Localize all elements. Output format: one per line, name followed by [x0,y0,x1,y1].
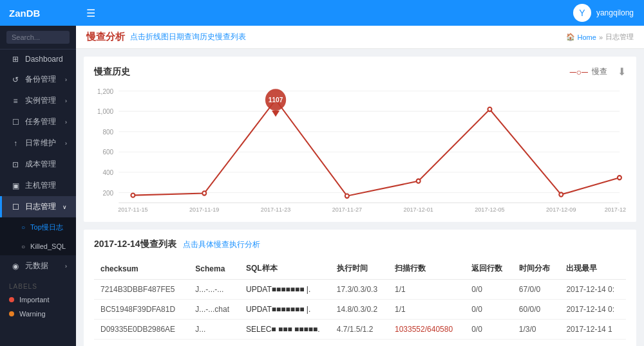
cell-return-rows: 0/0 [465,320,513,340]
maintenance-icon: ↑ [11,139,20,148]
sidebar-item-top-slow[interactable]: ○ Top慢日志 [0,217,76,237]
instance-icon: ≡ [11,96,20,105]
sidebar-label-cost: 成本管理 [25,159,56,170]
sidebar-logo: ZanDB [0,0,76,26]
page-icon: 慢查分析 [86,31,125,43]
cell-checksum: BC51948F39DFA81D [94,300,189,320]
label-item-warning[interactable]: Warning [0,307,76,321]
sidebar-item-task[interactable]: ☐ 任务管理 › [0,111,76,132]
svg-text:400: 400 [102,169,113,176]
cell-schema: J...-...chat [189,300,240,320]
circle-icon: ○ [21,224,25,231]
cell-time-dist: 60/0/0 [513,300,560,320]
hamburger-icon[interactable]: ☰ [86,7,95,19]
chevron-icon: › [65,140,67,147]
sidebar-item-killed-sql[interactable]: ○ Killed_SQL [0,237,76,255]
host-icon: ▣ [11,181,20,190]
col-earliest: 出现最早 [560,258,626,280]
cell-checksum: 7214B3DBBF487FE5 [94,280,189,300]
download-icon[interactable]: ⬇ [618,66,626,78]
sidebar-label-log: 日志管理 [25,201,56,212]
chart-legend: ─○─ 慢查 [570,66,607,77]
sidebar-label-instance: 实例管理 [25,95,56,106]
svg-text:1,000: 1,000 [97,108,113,115]
svg-text:2017-12-05: 2017-12-05 [475,206,504,213]
app-name: ZanDB [9,8,40,19]
cell-scan-rows-highlight: 1033552/640580 [388,320,465,340]
slow-query-table: checksum Schema SQL样本 执行时间 扫描行数 返回行数 时间分… [94,258,626,340]
sidebar-item-meta[interactable]: ◉ 元数据 › [0,255,76,277]
breadcrumb-home[interactable]: Home [578,33,596,41]
sidebar-label-task: 任务管理 [25,116,56,127]
col-sql: SQL样本 [240,258,330,280]
cell-exec-time: 14.8/0.3/0.2 [330,300,388,320]
cell-checksum: D09335E0DB2986AE [94,320,189,340]
breadcrumb-current: 日志管理 [605,32,634,42]
sidebar: ZanDB ⊞ Dashboard ↺ 备份管理 › ≡ 实例管理 › [0,0,76,346]
svg-point-25 [417,179,421,183]
cell-sql: UPDAT■■■■■■■ |. [240,280,330,300]
sidebar-item-instance[interactable]: ≡ 实例管理 › [0,90,76,111]
label-item-important[interactable]: Important [0,293,76,307]
svg-point-22 [202,191,206,195]
search-input[interactable] [6,31,70,44]
col-exec-time: 执行时间 [330,258,388,280]
chart-svg[interactable]: 1,200 1,000 800 600 400 200 2017-11-15 [94,84,626,213]
topbar-left: ☰ [86,7,95,19]
table-subtitle[interactable]: 点击具体慢查执行分析 [183,239,260,250]
labels-title: LABELS [9,283,37,290]
sidebar-item-cost[interactable]: ⊡ 成本管理 [0,154,76,175]
col-time-dist: 时间分布 [513,258,560,280]
svg-point-27 [559,192,563,196]
svg-text:600: 600 [102,149,113,156]
col-schema: Schema [189,258,240,280]
page-subtitle[interactable]: 点击折线图日期查询历史慢查列表 [130,32,246,42]
table-row[interactable]: D09335E0DB2986AE J... SELEC■ ■■■ ■■■■■. … [94,320,626,340]
col-checksum: checksum [94,258,189,280]
cost-icon: ⊡ [11,160,20,169]
cell-exec-time: 17.3/0.3/0.3 [330,280,388,300]
label-dot-warning [9,311,14,316]
chart-section: 慢查历史 ─○─ 慢查 ⬇ 1,200 1,000 800 600 400 [84,57,636,222]
svg-point-28 [618,176,621,179]
sidebar-item-log[interactable]: ☐ 日志管理 ∨ [0,196,76,217]
legend-label: 慢查 [592,66,607,77]
main-content: ☰ Y yangqilong 慢查分析 点击折线图日期查询历史慢查列表 🏠 Ho… [76,0,644,346]
cell-schema: J...-...-... [189,280,240,300]
svg-text:1,200: 1,200 [97,88,113,95]
svg-text:2017-11-23: 2017-11-23 [261,206,290,213]
log-icon: ☐ [11,203,20,212]
meta-icon: ◉ [11,262,20,271]
chart-title: 慢查历史 [94,66,130,78]
label-text-important: Important [19,296,49,304]
cell-time-dist: 67/0/0 [513,280,560,300]
sidebar-item-maintenance[interactable]: ↑ 日常维护 › [0,132,76,154]
chevron-icon: › [65,263,67,269]
svg-marker-31 [272,111,279,116]
table-row[interactable]: 7214B3DBBF487FE5 J...-...-... UPDAT■■■■■… [94,280,626,300]
breadcrumb: 🏠 Home » 日志管理 [566,32,634,42]
cell-scan-rows: 1/1 [388,280,465,300]
table-row[interactable]: BC51948F39DFA81D J...-...chat UPDAT■■■■■… [94,300,626,320]
cell-sql: UPDAT■■■■■■■ |. [240,300,330,320]
table-title: 2017-12-14慢查列表 [94,239,176,250]
cell-schema: J... [189,320,240,340]
col-return-rows: 返回行数 [465,258,513,280]
svg-point-21 [131,193,135,197]
cell-earliest: 2017-12-14 1 [560,320,626,340]
svg-text:200: 200 [102,189,113,196]
sidebar-label-killed-sql: Killed_SQL [30,242,66,250]
cell-time-dist: 1/3/0 [513,320,560,340]
sidebar-label-dashboard: Dashboard [25,55,63,64]
sidebar-item-host[interactable]: ▣ 主机管理 [0,175,76,196]
cell-return-rows: 0/0 [465,300,513,320]
page-header: 慢查分析 点击折线图日期查询历史慢查列表 🏠 Home » 日志管理 [76,26,644,49]
home-icon: 🏠 [566,33,575,41]
sidebar-label-backup: 备份管理 [25,74,56,85]
page-title-area: 慢查分析 点击折线图日期查询历史慢查列表 [86,31,246,43]
cell-earliest: 2017-12-14 0: [560,300,626,320]
sidebar-item-backup[interactable]: ↺ 备份管理 › [0,69,76,90]
svg-text:2017-12-13: 2017-12-13 [605,206,626,213]
sidebar-item-dashboard[interactable]: ⊞ Dashboard [0,50,76,69]
chart-container: 1,200 1,000 800 600 400 200 2017-11-15 [94,84,626,213]
